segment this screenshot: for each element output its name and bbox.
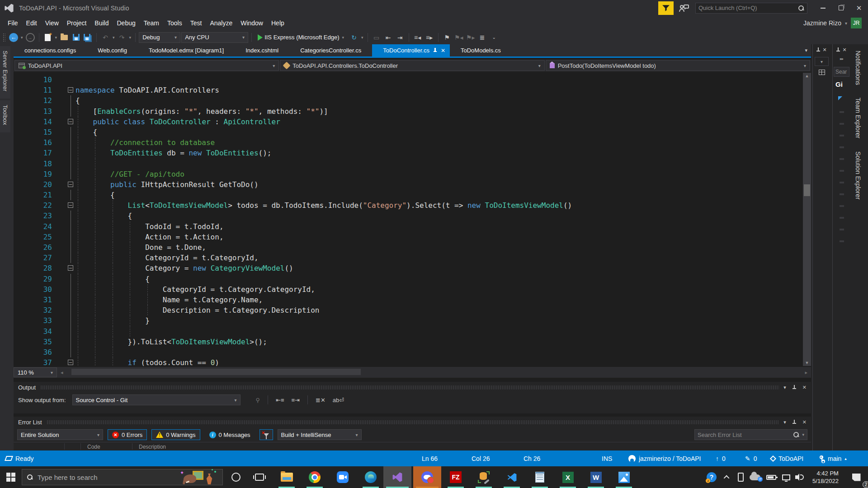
start-debugging-dropdown-icon[interactable]: ▾ <box>341 35 345 40</box>
onedrive-tray-button[interactable] <box>748 466 762 488</box>
unsaved-edits-indicator[interactable]: ✎ 0 <box>745 450 757 466</box>
task-view-button[interactable] <box>250 466 269 488</box>
notepad-button[interactable] <box>529 466 551 488</box>
dock-a-pin-icon[interactable] <box>816 47 820 52</box>
menu-debug[interactable]: Debug <box>113 18 140 28</box>
search-dropdown-icon[interactable]: ▾ <box>802 432 804 437</box>
code-line-36[interactable]: 36 <box>14 347 802 357</box>
excel-button[interactable]: X <box>557 466 579 488</box>
column-header-description[interactable]: Description <box>139 444 166 450</box>
vertical-scrollbar-thumb[interactable] <box>804 184 810 196</box>
code-line-17[interactable]: 17 ToDoEntities db = new ToDoEntities(); <box>14 148 802 158</box>
quick-launch-input[interactable] <box>698 5 798 11</box>
battery-tray-button[interactable] <box>764 466 778 488</box>
navigate-forward-icon[interactable]: → <box>25 32 36 43</box>
zoom-level-dropdown[interactable]: 110 % <box>14 367 57 377</box>
menu-analyze[interactable]: Analyze <box>206 18 236 28</box>
chrome-button[interactable] <box>304 466 326 488</box>
new-item-icon[interactable] <box>42 32 53 43</box>
clear-all-output-icon[interactable]: ≣✕ <box>314 396 327 404</box>
tab-web-config[interactable]: Web.config <box>87 44 138 56</box>
warnings-toggle-button[interactable]: 0 Warnings <box>151 429 200 440</box>
line-indicator[interactable]: Ln 66 <box>422 450 438 466</box>
visual-studio-button[interactable] <box>383 466 411 488</box>
code-line-26[interactable]: 26 Done = t.Done, <box>14 242 802 253</box>
filezilla-button[interactable]: FZ <box>445 466 467 488</box>
code-line-10[interactable]: 10 <box>14 75 802 85</box>
menu-help[interactable]: Help <box>267 18 288 28</box>
background-tasks-icon[interactable] <box>5 456 13 461</box>
volume-tray-button[interactable] <box>793 466 807 488</box>
character-indicator[interactable]: Ch 26 <box>524 450 540 466</box>
edge-button[interactable] <box>360 466 382 488</box>
search-highlight-art[interactable]: ✦ <box>179 469 218 485</box>
code-line-19[interactable]: 19 //GET - /api/todo <box>14 169 802 179</box>
collapse-region-icon[interactable]: – <box>68 360 73 365</box>
tab-pin-icon[interactable] <box>433 48 437 53</box>
error-list-pin-icon[interactable] <box>793 420 796 425</box>
code-line-27[interactable]: 27 CategoryId = t.CategoryId, <box>14 253 802 263</box>
collapse-region-icon[interactable]: – <box>68 182 73 187</box>
navigate-previous-member-icon[interactable]: ⇤ <box>383 32 394 43</box>
menu-test[interactable]: Test <box>186 18 206 28</box>
menu-edit[interactable]: Edit <box>22 18 41 28</box>
code-line-25[interactable]: 25 Action = t.Action, <box>14 232 802 242</box>
errors-toggle-button[interactable]: ✕ 0 Errors <box>108 429 147 440</box>
filter-button[interactable]: ✕ <box>259 429 273 440</box>
quick-launch-box[interactable] <box>695 3 807 14</box>
send-feedback-icon[interactable] <box>678 3 690 14</box>
next-bookmark-icon[interactable]: ⚑▸ <box>465 32 476 43</box>
code-line-23[interactable]: 23 { <box>14 211 802 221</box>
code-line-18[interactable]: 18 <box>14 159 802 169</box>
code-line-30[interactable]: 30 CategoryId = t.Category.CategoryId, <box>14 284 802 295</box>
output-close-icon[interactable]: ✕ <box>802 385 807 390</box>
navigate-next-member-icon[interactable]: ⇥ <box>395 32 406 43</box>
taskbar-search-input[interactable] <box>38 474 175 481</box>
discord-button[interactable] <box>413 466 441 488</box>
cortana-button[interactable] <box>226 466 246 488</box>
window-layout-icon[interactable] <box>819 70 825 75</box>
redo-dropdown-icon[interactable]: ▾ <box>128 35 132 40</box>
intellisense-filter-dropdown[interactable]: Build + IntelliSense <box>278 429 362 440</box>
code-editor[interactable]: 1011–namespace ToDoAPI.API.Controllers12… <box>14 73 811 366</box>
vscode-button[interactable] <box>501 466 523 488</box>
code-line-34[interactable]: 34 <box>14 326 802 337</box>
network-tray-button[interactable] <box>779 466 793 488</box>
github-rep-link[interactable]: jazminerizo / ToDoAPI <box>628 450 701 466</box>
dock-search-box[interactable]: Sear <box>834 67 849 77</box>
menu-file[interactable]: File <box>4 18 22 28</box>
browser-link-refresh-icon[interactable]: ↻ <box>349 32 359 43</box>
messages-toggle-button[interactable]: i 0 Messages <box>205 429 255 440</box>
account-dropdown-icon[interactable]: ▾ <box>845 21 847 26</box>
go-to-next-message-icon[interactable]: ≡⇥ <box>290 396 302 404</box>
dock-b-close-icon[interactable]: ✕ <box>842 47 846 53</box>
menu-build[interactable]: Build <box>90 18 113 28</box>
panel-title-texture[interactable] <box>40 385 779 389</box>
save-all-icon[interactable] <box>82 32 93 43</box>
increase-indent-icon[interactable]: ≡▸ <box>424 32 435 43</box>
quick-info-icon[interactable]: ▭ <box>371 32 382 43</box>
error-scope-dropdown[interactable]: Entire Solution <box>17 429 103 440</box>
sidebar-tab-server-explorer[interactable]: Server Explorer <box>0 46 10 99</box>
start-button[interactable] <box>0 466 22 488</box>
dock-b-pin-icon[interactable] <box>836 47 840 52</box>
horizontal-scrollbar[interactable] <box>67 367 802 378</box>
toggle-word-wrap-icon[interactable]: ≣ <box>477 32 488 43</box>
member-dropdown[interactable]: PostTodo(ToDoItemsViewModel todo) <box>546 60 810 71</box>
undo-icon[interactable]: ↶ <box>100 32 111 43</box>
error-list-search-box[interactable]: ▾ <box>694 429 807 440</box>
scroll-down-icon[interactable]: ▼ <box>803 361 811 365</box>
avatar[interactable]: JR <box>851 18 862 28</box>
code-line-14[interactable]: 14– public class ToDoController : ApiCon… <box>14 117 802 127</box>
code-line-33[interactable]: 33 } <box>14 315 802 326</box>
dock-b-expand-icon[interactable]: ▸▸ <box>833 55 850 62</box>
error-list-search-input[interactable] <box>698 432 790 438</box>
find-message-in-code-icon[interactable]: ⚲ <box>254 396 262 404</box>
file-explorer-button[interactable] <box>276 466 297 488</box>
scroll-left-icon[interactable]: ◂ <box>57 370 67 375</box>
scroll-up-icon[interactable]: ▲ <box>803 74 811 78</box>
sidebar-tab-notifications[interactable]: Notifications <box>852 47 864 91</box>
toolbar-grip[interactable] <box>3 33 5 42</box>
dock-a-dropdown-icon[interactable]: ▾ <box>815 57 829 66</box>
code-line-13[interactable]: 13 [EnableCors(origins: "*", headers: "*… <box>14 106 802 117</box>
